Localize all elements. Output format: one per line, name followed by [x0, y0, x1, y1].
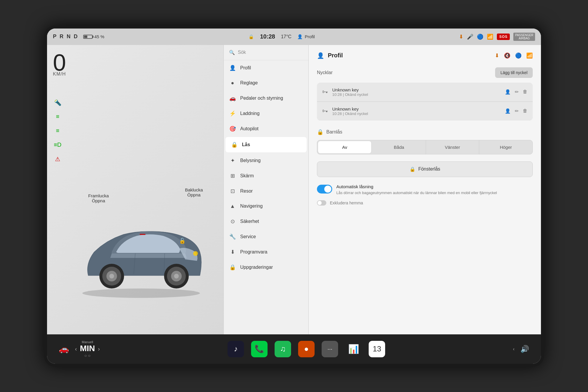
nav-label-uppgraderingar: Uppgraderingar	[240, 265, 273, 270]
toggle-knob	[324, 186, 331, 193]
windowlock-label: Fönsterlås	[418, 166, 440, 172]
ac-controls: ‹ Manuell MIN ○ ○ ›	[75, 340, 100, 358]
nav-item-service[interactable]: 🔧 Service	[224, 229, 308, 244]
exkludera-label: Exkludera hemma	[330, 201, 363, 205]
app-more-button[interactable]: ···	[322, 341, 338, 357]
reglage-icon: ●	[229, 80, 236, 86]
window-lock-button[interactable]: 🔒 Fönsterlås	[317, 161, 533, 177]
nav-item-pedaler[interactable]: 🚗 Pedaler och styrning	[224, 91, 308, 106]
ac-mode: Manuell	[80, 340, 95, 344]
childlock-av-button[interactable]: Av	[318, 141, 372, 153]
spotify-icon: ♫	[280, 344, 286, 353]
sos-button[interactable]: SOS	[497, 34, 510, 40]
key-assign-button-2[interactable]: 👤	[505, 108, 511, 114]
childlock-hoger-button[interactable]: Höger	[479, 140, 532, 154]
exkludera-section: Exkludera hemma	[317, 200, 533, 206]
key-icon-1: 🗝	[322, 89, 328, 95]
nav-menu: 👤 Profil ● Reglage 🚗 Pedaler och styrnin…	[224, 60, 308, 334]
key-info-2: Unknown key 10:28 | Okänd nyckel	[332, 106, 501, 116]
battery-info: 45 %	[83, 34, 104, 39]
app-music-button[interactable]: ♪	[228, 341, 244, 357]
nav-item-skarm[interactable]: ⊞ Skärm	[224, 168, 308, 184]
search-icon: 🔍	[229, 50, 235, 55]
nav-item-laddning[interactable]: ⚡ Laddning	[224, 106, 308, 121]
navigering-icon: ▲	[229, 203, 236, 209]
svg-point-8	[174, 274, 179, 278]
nav-label-pedaler: Pedaler och styrning	[240, 96, 283, 101]
indicator-beams: ≡	[53, 112, 62, 121]
key-delete-button-2[interactable]: 🗑	[523, 108, 527, 114]
key-assign-button-1[interactable]: 👤	[505, 89, 511, 95]
pedaler-icon: 🚗	[229, 95, 236, 101]
car-svg: 🔓	[71, 199, 212, 299]
exkludera-toggle[interactable]	[317, 200, 326, 206]
battery-icon	[83, 35, 93, 39]
nav-label-service: Service	[240, 234, 256, 239]
ac-seats: ○ ○	[80, 353, 95, 358]
nav-item-sakerhet[interactable]: ⊙ Säkerhet	[224, 214, 308, 229]
right-panel: 👤 Profil ⬇ 🔇 🔵 📶 Nycklar Lägg till nycke…	[309, 45, 541, 334]
nav-item-belysning[interactable]: ✦ Belysning	[224, 153, 308, 168]
status-right: ⬇ 🎤 🔵 📶 SOS PASSENGERAIRBAG	[459, 33, 535, 41]
calendar-icon: 13	[373, 344, 381, 353]
key-delete-button-1[interactable]: 🗑	[523, 89, 527, 95]
signal-icon: 📶	[526, 52, 533, 59]
windowlock-icon: 🔒	[410, 166, 415, 172]
main-content: 0 KM/H 🔦 ≡ ≡ ≡D ⚠ FramluckaÖppna Bakluck…	[47, 45, 541, 334]
profile-display[interactable]: 👤 Profil	[297, 34, 315, 39]
app-camera-button[interactable]: ●	[298, 341, 315, 357]
status-left: P R N D 45 %	[53, 34, 104, 40]
ac-prev-button[interactable]: ‹	[75, 346, 77, 352]
app-calendar-button[interactable]: 13	[369, 341, 385, 357]
autolock-section: Automatisk låsning Lås dörrar och bagage…	[317, 184, 533, 196]
autolock-info: Automatisk låsning Lås dörrar och bagage…	[336, 184, 533, 196]
childlock-bada-button[interactable]: Båda	[372, 140, 426, 154]
nav-item-navigering[interactable]: ▲ Navigering	[224, 199, 308, 214]
key-edit-button-1[interactable]: ✏	[515, 89, 519, 95]
mic-icon-top: 🎤	[467, 34, 473, 40]
keys-title: Nycklar	[317, 70, 333, 75]
ac-next-button[interactable]: ›	[98, 346, 100, 352]
bluetooth-icon-top: 🔵	[477, 34, 483, 40]
car-icon-bottom: 🚗	[59, 344, 69, 354]
indicator-warning: ⚠	[53, 154, 62, 164]
status-bar: P R N D 45 % 🔒 10:28 17°C 👤 Profil ⬇	[47, 29, 541, 45]
key-icon-2: 🗝	[322, 108, 328, 114]
nav-label-laddning: Laddning	[240, 111, 260, 116]
add-key-button[interactable]: Lägg till nyckel	[495, 67, 533, 78]
nav-label-las: Lås	[242, 142, 250, 147]
belysning-icon: ✦	[229, 157, 236, 164]
nav-label-skarm: Skärm	[240, 173, 254, 179]
key-item-1: 🗝 Unknown key 10:28 | Okänd nyckel 👤 ✏ 🗑	[317, 83, 533, 102]
nav-item-programvara[interactable]: ⬇ Programvara	[224, 244, 308, 260]
childlock-vanster-button[interactable]: Vänster	[426, 140, 480, 154]
phone-icon: 📞	[255, 344, 264, 353]
app-energy-button[interactable]: 📊	[345, 341, 362, 357]
app-spotify-button[interactable]: ♫	[275, 341, 291, 357]
left-panel: 0 KM/H 🔦 ≡ ≡ ≡D ⚠ FramluckaÖppna Bakluck…	[47, 45, 223, 334]
service-icon: 🔧	[229, 233, 236, 240]
nav-item-uppgraderingar[interactable]: 🔒 Uppgraderingar	[224, 260, 308, 275]
search-bar[interactable]: 🔍 Sök	[224, 45, 308, 60]
nav-item-las[interactable]: 🔒 Lås	[225, 137, 307, 152]
key-edit-button-2[interactable]: ✏	[515, 108, 519, 114]
las-icon: 🔒	[231, 141, 238, 148]
nav-item-reglage[interactable]: ● Reglage	[224, 76, 308, 91]
profile-section-title: Profil	[328, 52, 343, 59]
childlock-options: Av Båda Vänster Höger	[317, 140, 533, 154]
prev-button[interactable]: ‹	[513, 346, 514, 352]
camera-icon: ●	[304, 344, 309, 353]
keys-list: 🗝 Unknown key 10:28 | Okänd nyckel 👤 ✏ 🗑	[317, 83, 533, 121]
nav-item-profil[interactable]: 👤 Profil	[224, 60, 308, 76]
more-icon: ···	[328, 346, 333, 352]
top-icons: ⬇ 🔇 🔵 📶	[495, 52, 533, 59]
profile-section-icon: 👤	[317, 52, 324, 59]
key-actions-2: 👤 ✏ 🗑	[505, 108, 527, 114]
nav-item-autopilot[interactable]: 🎯 Autopilot	[224, 121, 308, 136]
autolock-toggle[interactable]	[317, 185, 332, 194]
bottom-center: ♪ 📞 ♫ ● ··· 📊 13	[228, 341, 385, 357]
nav-item-resor[interactable]: ⊡ Resor	[224, 184, 308, 199]
volume-icon[interactable]: 🔊	[520, 345, 529, 353]
battery-percent: 45 %	[94, 34, 104, 39]
app-phone-button[interactable]: 📞	[251, 341, 268, 357]
